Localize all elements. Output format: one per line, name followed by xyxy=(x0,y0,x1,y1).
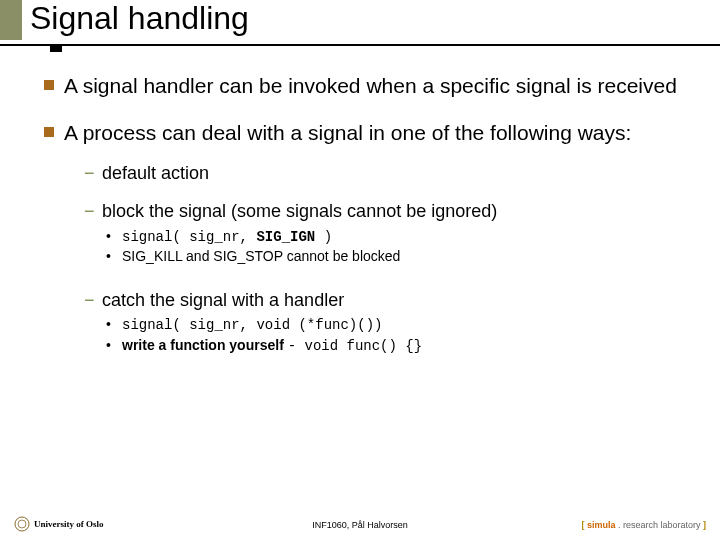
footer-simula: simula xyxy=(587,520,616,530)
title-bar: Signal handling xyxy=(0,0,720,56)
dash-bullet-icon: − xyxy=(84,200,95,223)
bullet-1: A signal handler can be invoked when a s… xyxy=(44,74,684,99)
bullet-2-1: − default action xyxy=(64,162,684,185)
dot-bullet-icon: • xyxy=(106,315,111,335)
bullet-2-2-1: • signal( sig_nr, SIG_IGN ) xyxy=(64,227,684,248)
square-bullet-icon xyxy=(44,80,54,90)
footer-dot: . xyxy=(615,520,623,530)
square-bullet-icon xyxy=(44,127,54,137)
dash-bullet-icon: − xyxy=(84,289,95,312)
bullet-1-text: A signal handler can be invoked when a s… xyxy=(64,74,677,97)
bullet-2-text: A process can deal with a signal in one … xyxy=(64,121,631,144)
slide-title: Signal handling xyxy=(30,0,249,37)
title-accent xyxy=(0,0,22,40)
bullet-2-2: − block the signal (some signals cannot … xyxy=(64,200,684,223)
dot-bullet-icon: • xyxy=(106,336,111,356)
bullet-2-3-text: catch the signal with a handler xyxy=(102,290,344,310)
code-signal-ign-b: SIG_IGN xyxy=(256,229,315,245)
dash-bullet-icon: − xyxy=(84,162,95,185)
footer: University of Oslo INF1060, Pål Halvorse… xyxy=(0,510,720,532)
code-signal-ign-c: ) xyxy=(315,229,332,245)
title-underline xyxy=(0,44,720,46)
bullet-2-3-1: • signal( sig_nr, void (*func)()) xyxy=(64,315,684,336)
bullet-2-3: − catch the signal with a handler xyxy=(64,289,684,312)
bullet-2: A process can deal with a signal in one … xyxy=(44,121,684,357)
bullet-2-3-2: • write a function yourself - void func(… xyxy=(64,336,684,357)
title-underline-tick xyxy=(50,46,62,52)
code-signal-func: signal( sig_nr, void (*func)()) xyxy=(122,317,382,333)
footer-right: [ simula . research laboratory ] xyxy=(581,520,706,530)
dot-bullet-icon: • xyxy=(106,227,111,247)
bullet-2-2-2-text: SIG_KILL and SIG_STOP cannot be blocked xyxy=(122,248,400,264)
footer-lab: research laboratory xyxy=(623,520,703,530)
dot-bullet-icon: • xyxy=(106,247,111,267)
code-signal-ign-a: signal( sig_nr, xyxy=(122,229,256,245)
slide-body: A signal handler can be invoked when a s… xyxy=(0,56,720,356)
bullet-2-1-text: default action xyxy=(102,163,209,183)
footer-bracket-close: ] xyxy=(703,520,706,530)
bullet-2-2-2: • SIG_KILL and SIG_STOP cannot be blocke… xyxy=(64,247,684,267)
bullet-2-2-text: block the signal (some signals cannot be… xyxy=(102,201,497,221)
bullet-2-3-2-text: write a function yourself xyxy=(122,337,288,353)
code-void-func: - void func() {} xyxy=(288,338,422,354)
